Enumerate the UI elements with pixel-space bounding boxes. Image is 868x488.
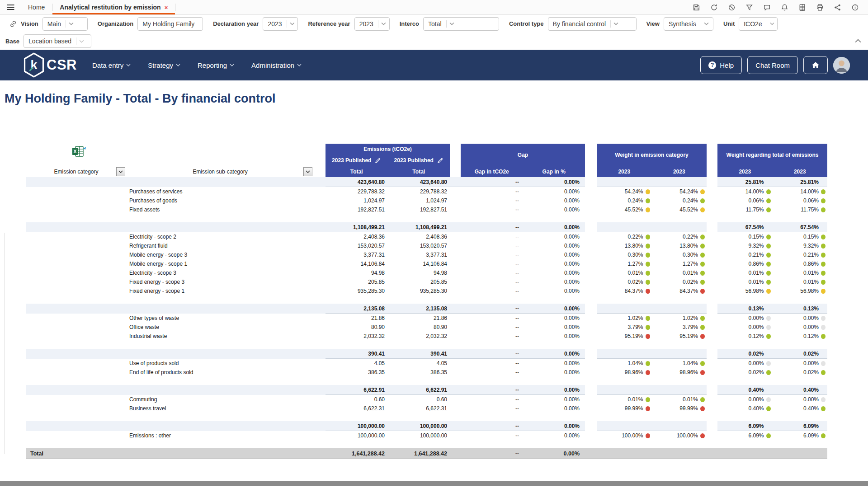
status-dot <box>646 189 650 194</box>
category-row: 1,108,499.211,108,499.21--0.00%67.54%67.… <box>26 222 827 232</box>
collapse-filters-icon[interactable] <box>854 36 863 45</box>
question-icon: ? <box>708 61 716 69</box>
filter-bar: Vision Main Organization My Holding Fami… <box>0 15 868 50</box>
organization-select[interactable]: My Holding Family <box>137 17 203 31</box>
total-row: Total1,641,288.421,641,288.42--0.00% <box>26 448 827 459</box>
csr-logo[interactable]: k CSR <box>22 52 77 78</box>
block-icon[interactable] <box>727 3 736 11</box>
vision-select[interactable]: Main <box>42 17 88 31</box>
status-dot <box>766 370 771 375</box>
save-icon[interactable] <box>692 3 700 11</box>
subcategory-row: Business travel6,622.316,622.31--0.00%99… <box>26 404 827 413</box>
status-dot <box>646 334 650 339</box>
subcategory-row: End of life of products sold386.35386.35… <box>26 368 827 377</box>
category-row: 100,000.00100,000.00--0.00%6.09%6.09% <box>26 421 827 431</box>
category-row: 6,622.916,622.91--0.00%0.40%0.40% <box>26 385 827 395</box>
status-dot <box>821 280 826 285</box>
status-dot <box>700 406 705 411</box>
reference-year-select[interactable]: 2023 <box>354 17 390 31</box>
declaration-year-select[interactable]: 2023 <box>263 17 298 31</box>
status-dot <box>646 244 650 249</box>
header-group-emissions: Emissions (tCO2e) 2023 Published 2023 Pu… <box>326 144 450 177</box>
status-dot <box>821 235 826 239</box>
excel-export-icon[interactable]: X <box>71 145 87 159</box>
notifications-icon[interactable] <box>780 3 788 11</box>
subcategory-filter-dropdown[interactable] <box>303 167 312 176</box>
header-group-weight-category: Weight in emission category 20232023 <box>597 144 707 177</box>
print-icon[interactable] <box>816 3 824 11</box>
refresh-icon[interactable] <box>710 3 718 11</box>
status-dot <box>700 280 705 285</box>
status-dot <box>821 198 826 203</box>
view-select[interactable]: Synthesis <box>664 17 713 31</box>
horizontal-scrollbar[interactable] <box>0 480 868 487</box>
status-dot <box>700 334 705 339</box>
status-dot <box>646 262 650 267</box>
hamburger-menu-icon[interactable] <box>0 0 21 14</box>
status-dot <box>821 397 826 402</box>
nav-item-data-entry[interactable]: Data entry <box>92 61 131 69</box>
chevron-down-icon <box>290 22 295 25</box>
status-dot <box>821 361 826 366</box>
status-dot <box>646 289 650 294</box>
filter-declaration-year: Declaration year 2023 <box>213 17 298 31</box>
edit-pencil-icon[interactable] <box>437 157 443 164</box>
nav-item-strategy[interactable]: Strategy <box>148 61 180 69</box>
home-button[interactable] <box>803 56 828 74</box>
status-dot <box>700 189 705 194</box>
status-dot <box>766 262 771 267</box>
status-dot <box>700 262 705 267</box>
status-dot <box>646 207 650 212</box>
status-dot <box>700 235 705 239</box>
status-dot <box>646 325 650 330</box>
header-group-gap: Gap Gap in tCO2eGap in % <box>461 144 585 177</box>
chevron-down-icon <box>69 22 74 25</box>
nav-item-administration[interactable]: Administration <box>251 61 302 69</box>
app-window: Home Analytical restitution by emission … <box>0 0 868 488</box>
interco-select[interactable]: Total <box>423 17 499 31</box>
filter-vision: Vision Main <box>21 17 88 31</box>
category-filter-dropdown[interactable] <box>116 167 125 176</box>
nav-item-reporting[interactable]: Reporting <box>198 61 234 69</box>
share-icon[interactable] <box>833 3 841 11</box>
main-navbar: k CSR Data entry Strategy Reporting Admi… <box>0 50 868 80</box>
control-type-select[interactable]: By financial control <box>548 17 637 31</box>
status-dot <box>646 361 650 366</box>
comment-icon[interactable] <box>763 3 771 11</box>
chat-room-button[interactable]: Chat Room <box>747 56 798 74</box>
emissions-table: X Emission category Emission sub-categor… <box>26 144 827 459</box>
filter-reference-year: Reference year 2023 <box>308 17 389 31</box>
subcategory-row: Emissions : other100,000.00100,000.00--0… <box>26 431 827 440</box>
status-dot <box>766 433 771 438</box>
status-dot <box>700 325 705 330</box>
status-dot <box>700 433 705 438</box>
subcategory-row: Refrigerant fluid153,020.57153,020.57--0… <box>26 241 827 250</box>
tab-analytical-restitution[interactable]: Analytical restitution by emission × <box>52 0 175 14</box>
status-dot <box>700 370 705 375</box>
filter-icon[interactable] <box>745 3 753 11</box>
status-dot <box>766 325 771 330</box>
status-dot <box>766 406 771 411</box>
help-button[interactable]: ?Help <box>700 56 742 74</box>
tab-separator <box>175 4 175 11</box>
status-dot <box>646 235 650 239</box>
excel-icon[interactable] <box>798 3 806 11</box>
link-icon[interactable] <box>5 20 21 28</box>
subcategory-row: Industrial waste2,032.322,032.32--0.00%9… <box>26 332 827 341</box>
base-select[interactable]: Location based <box>24 34 91 48</box>
edit-pencil-icon[interactable] <box>374 157 381 164</box>
status-dot <box>766 207 771 212</box>
info-icon[interactable] <box>851 3 859 11</box>
subcategory-row: Electricity - scope 22,408.362,408.36--0… <box>26 232 827 241</box>
status-dot <box>821 433 826 438</box>
user-avatar[interactable] <box>833 57 850 74</box>
subcategory-row: Mobile energy - scope 114,106.8414,106.8… <box>26 259 827 268</box>
tab-home[interactable]: Home <box>21 0 52 14</box>
status-dot <box>821 244 826 249</box>
close-tab-icon[interactable]: × <box>165 4 168 11</box>
unit-select[interactable]: tCO2e <box>739 17 778 31</box>
status-dot <box>646 271 650 276</box>
status-dot <box>821 316 826 321</box>
column-header-emission-category: Emission category <box>54 169 98 175</box>
status-dot <box>646 253 650 258</box>
